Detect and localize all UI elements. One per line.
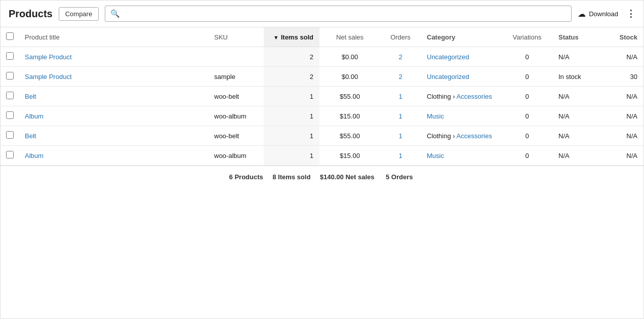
select-all-header	[1, 27, 19, 47]
cell-orders-3: 1	[380, 106, 421, 126]
cell-orders-0: 2	[380, 47, 421, 67]
cell-orders-4: 1	[380, 126, 421, 146]
product-link-4[interactable]: Belt	[25, 132, 36, 140]
download-button[interactable]: ☁ Download	[578, 9, 618, 19]
search-icon: 🔍	[110, 9, 120, 18]
search-input[interactable]	[124, 10, 566, 18]
cell-product-5: Album	[19, 146, 208, 166]
orders-link-3[interactable]: 1	[398, 112, 402, 120]
header-actions: ☁ Download ⋮	[578, 8, 635, 19]
orders-link-2[interactable]: 1	[398, 93, 402, 100]
footer-net-sales: $140.00 Net sales	[320, 173, 377, 181]
cell-status-3: N/A	[552, 106, 603, 126]
cell-orders-2: 1	[380, 87, 421, 106]
category-link-3[interactable]: Music	[427, 112, 444, 120]
row-checkbox-cell	[1, 126, 19, 146]
row-checkbox-cell	[1, 146, 19, 166]
col-header-net-sales[interactable]: Net sales	[319, 27, 380, 47]
cell-product-1: Sample Product	[19, 67, 208, 87]
row-checkbox-cell	[1, 87, 19, 106]
cell-orders-1: 2	[380, 67, 421, 87]
col-header-orders[interactable]: Orders	[380, 27, 421, 47]
table-header-row: Product title SKU ▼Items sold Net sales …	[1, 27, 643, 47]
cell-status-2: N/A	[552, 87, 603, 106]
category-link-4[interactable]: Accessories	[457, 132, 492, 140]
more-options-button[interactable]: ⋮	[626, 8, 635, 19]
cell-net-sales-0: $0.00	[319, 47, 380, 67]
table-row: Belt woo-belt1$55.00 1 Clothing › Access…	[1, 126, 643, 146]
col-header-stock[interactable]: Stock	[603, 27, 643, 47]
cell-stock-0: N/A	[603, 47, 643, 67]
page-title: Products	[9, 8, 53, 20]
row-checkbox-5[interactable]	[6, 151, 14, 158]
footer-orders: 5 Orders	[386, 173, 413, 181]
cell-variations-1: 0	[502, 67, 552, 87]
cell-stock-1: 30	[603, 67, 643, 87]
cell-variations-4: 0	[502, 126, 552, 146]
cell-status-4: N/A	[552, 126, 603, 146]
footer-products-count: 6 Products	[229, 173, 263, 181]
search-box: 🔍	[105, 6, 572, 22]
orders-link-0[interactable]: 2	[398, 53, 402, 61]
product-link-5[interactable]: Album	[25, 152, 44, 160]
cell-status-5: N/A	[552, 146, 603, 166]
col-header-status[interactable]: Status	[552, 27, 603, 47]
product-link-0[interactable]: Sample Product	[25, 53, 72, 61]
download-label: Download	[589, 10, 618, 18]
cell-category-5: Music	[421, 146, 502, 166]
cell-stock-3: N/A	[603, 106, 643, 126]
col-header-sku: SKU	[208, 27, 264, 47]
category-link-0[interactable]: Uncategorized	[427, 53, 469, 61]
col-header-product-title: Product title	[19, 27, 208, 47]
product-link-1[interactable]: Sample Product	[25, 73, 72, 81]
cell-net-sales-2: $55.00	[319, 87, 380, 106]
row-checkbox-0[interactable]	[6, 52, 14, 60]
row-checkbox-cell	[1, 47, 19, 67]
sort-desc-icon: ▼	[273, 34, 279, 41]
orders-link-4[interactable]: 1	[398, 132, 402, 140]
table-row: Belt woo-belt1$55.00 1 Clothing › Access…	[1, 87, 643, 106]
compare-button[interactable]: Compare	[59, 7, 99, 21]
select-all-checkbox[interactable]	[6, 32, 14, 40]
cell-orders-5: 1	[380, 146, 421, 166]
col-header-category[interactable]: Category	[421, 27, 502, 47]
table-row: Album woo-album1$15.00 1 Music0N/AN/A	[1, 146, 643, 166]
product-link-2[interactable]: Belt	[25, 93, 36, 100]
cell-stock-5: N/A	[603, 146, 643, 166]
products-table-container: Product title SKU ▼Items sold Net sales …	[1, 27, 643, 166]
col-header-items-sold[interactable]: ▼Items sold	[264, 27, 319, 47]
cell-sku-5: woo-album	[208, 146, 264, 166]
orders-link-5[interactable]: 1	[398, 152, 402, 160]
table-row: Album woo-album1$15.00 1 Music0N/AN/A	[1, 106, 643, 126]
cell-status-0: N/A	[552, 47, 603, 67]
row-checkbox-cell	[1, 67, 19, 87]
row-checkbox-2[interactable]	[6, 92, 14, 99]
cell-items-sold-4: 1	[264, 126, 319, 146]
cell-category-0: Uncategorized	[421, 47, 502, 67]
cell-stock-4: N/A	[603, 126, 643, 146]
cell-net-sales-4: $55.00	[319, 126, 380, 146]
row-checkbox-1[interactable]	[6, 72, 14, 79]
col-header-variations[interactable]: Variations	[502, 27, 552, 47]
row-checkbox-cell	[1, 106, 19, 126]
footer-items-sold: 8 Items sold	[272, 173, 310, 181]
cell-sku-0	[208, 47, 264, 67]
cell-items-sold-1: 2	[264, 67, 319, 87]
row-checkbox-4[interactable]	[6, 131, 14, 139]
category-link-2[interactable]: Accessories	[457, 93, 492, 100]
category-link-5[interactable]: Music	[427, 152, 444, 160]
category-prefix-2: Clothing ›	[427, 93, 457, 100]
cell-product-3: Album	[19, 106, 208, 126]
cell-net-sales-5: $15.00	[319, 146, 380, 166]
table-row: Sample Product 2$0.00 2 Uncategorized0N/…	[1, 47, 643, 67]
cell-net-sales-1: $0.00	[319, 67, 380, 87]
download-icon: ☁	[578, 9, 586, 19]
category-link-1[interactable]: Uncategorized	[427, 73, 469, 81]
cell-product-2: Belt	[19, 87, 208, 106]
category-prefix-4: Clothing ›	[427, 132, 457, 140]
table-row: Sample Product sample2$0.00 2 Uncategori…	[1, 67, 643, 87]
product-link-3[interactable]: Album	[25, 112, 44, 120]
cell-items-sold-3: 1	[264, 106, 319, 126]
row-checkbox-3[interactable]	[6, 111, 14, 119]
orders-link-1[interactable]: 2	[398, 73, 402, 81]
